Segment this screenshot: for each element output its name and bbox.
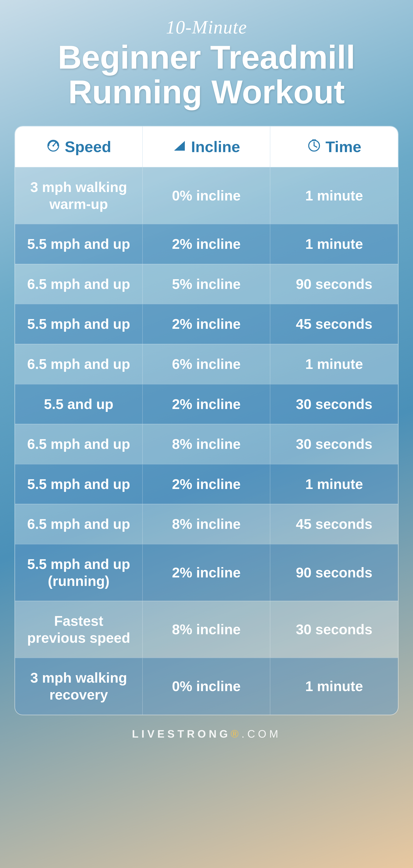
cell-incline-0: 0% incline	[143, 167, 270, 224]
cell-time-7: 1 minute	[270, 464, 398, 504]
cell-speed-3: 5.5 mph and up	[15, 304, 143, 344]
cell-speed-11: 3 mph walking recovery	[15, 658, 143, 714]
cell-time-1: 1 minute	[270, 224, 398, 264]
table-row: 5.5 and up2% incline30 seconds	[15, 384, 398, 424]
time-label: Time	[325, 138, 362, 156]
cell-incline-8: 8% incline	[143, 504, 270, 544]
cell-incline-2: 5% incline	[143, 264, 270, 304]
table-row: 5.5 mph and up (running)2% incline90 sec…	[15, 544, 398, 601]
cell-incline-7: 2% incline	[143, 464, 270, 504]
cell-time-3: 45 seconds	[270, 304, 398, 344]
cell-speed-5: 5.5 and up	[15, 384, 143, 424]
cell-incline-5: 2% incline	[143, 384, 270, 424]
footer: LIVESTRONG®.COM	[132, 728, 281, 740]
table-body: 3 mph walking warm-up0% incline1 minute5…	[15, 167, 398, 715]
cell-speed-8: 6.5 mph and up	[15, 504, 143, 544]
table-row: 6.5 mph and up8% incline30 seconds	[15, 424, 398, 464]
cell-time-8: 45 seconds	[270, 504, 398, 544]
cell-incline-6: 8% incline	[143, 424, 270, 464]
cell-time-9: 90 seconds	[270, 545, 398, 601]
cell-time-6: 30 seconds	[270, 424, 398, 464]
cell-speed-6: 6.5 mph and up	[15, 424, 143, 464]
cell-time-2: 90 seconds	[270, 264, 398, 304]
svg-line-7	[314, 146, 317, 147]
table-row: 5.5 mph and up2% incline1 minute	[15, 224, 398, 264]
title-top: 10-Minute	[58, 17, 355, 38]
title-main: Beginner Treadmill Running Workout	[58, 40, 355, 109]
cell-speed-2: 6.5 mph and up	[15, 264, 143, 304]
cell-time-5: 30 seconds	[270, 384, 398, 424]
cell-incline-9: 2% incline	[143, 545, 270, 601]
table-row: 6.5 mph and up8% incline45 seconds	[15, 504, 398, 544]
table-row: 5.5 mph and up2% incline45 seconds	[15, 304, 398, 344]
svg-point-2	[53, 145, 54, 147]
cell-incline-10: 8% incline	[143, 601, 270, 658]
cell-time-0: 1 minute	[270, 167, 398, 224]
cell-incline-4: 6% incline	[143, 344, 270, 384]
time-header: Time	[270, 126, 398, 167]
table-row: 5.5 mph and up2% incline1 minute	[15, 464, 398, 504]
cell-speed-4: 6.5 mph and up	[15, 344, 143, 384]
cell-time-11: 1 minute	[270, 658, 398, 714]
table-row: 6.5 mph and up5% incline90 seconds	[15, 264, 398, 304]
svg-marker-3	[174, 141, 185, 150]
time-icon	[307, 138, 321, 156]
title-section: 10-Minute Beginner Treadmill Running Wor…	[58, 17, 355, 109]
cell-incline-1: 2% incline	[143, 224, 270, 264]
table-row: 6.5 mph and up6% incline1 minute	[15, 344, 398, 384]
cell-time-4: 1 minute	[270, 344, 398, 384]
table-header: Speed Incline Time	[15, 126, 398, 167]
table-row: 3 mph walking recovery0% incline1 minute	[15, 658, 398, 714]
table-row: Fastest previous speed8% incline30 secon…	[15, 601, 398, 658]
cell-speed-10: Fastest previous speed	[15, 601, 143, 658]
cell-speed-9: 5.5 mph and up (running)	[15, 545, 143, 601]
speed-header: Speed	[15, 126, 143, 167]
incline-label: Incline	[191, 138, 240, 156]
cell-speed-0: 3 mph walking warm-up	[15, 167, 143, 224]
incline-icon	[172, 138, 187, 156]
cell-speed-1: 5.5 mph and up	[15, 224, 143, 264]
cell-incline-3: 2% incline	[143, 304, 270, 344]
table-row: 3 mph walking warm-up0% incline1 minute	[15, 167, 398, 224]
cell-incline-11: 0% incline	[143, 658, 270, 714]
cell-time-10: 30 seconds	[270, 601, 398, 658]
incline-header: Incline	[143, 126, 270, 167]
speed-icon	[46, 138, 61, 156]
cell-speed-7: 5.5 mph and up	[15, 464, 143, 504]
workout-table: Speed Incline Time 3 mph	[14, 126, 399, 715]
speed-label: Speed	[65, 138, 111, 156]
